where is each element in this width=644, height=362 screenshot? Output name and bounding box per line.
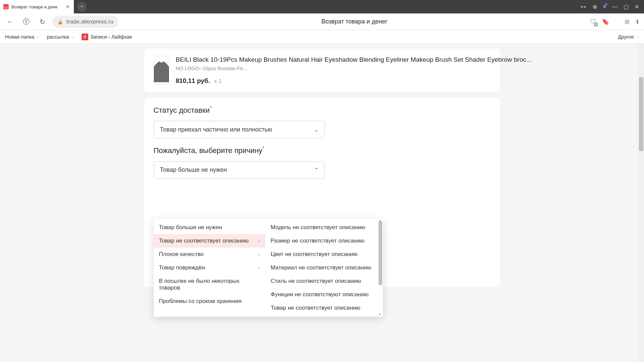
dropdown-primary-column: Товар больше не нужен Товар не соответст… [154, 219, 265, 317]
scroll-down-arrow[interactable]: ▾ [378, 313, 382, 317]
yandex-icon[interactable]: Ⓨ [20, 16, 32, 28]
reload-button[interactable]: ↻ [36, 16, 48, 28]
reason-dropdown: Товар больше не нужен Товар не соответст… [154, 219, 383, 317]
reason-sub-option[interactable]: Товар не соответствует описанию [265, 301, 383, 315]
bookmarks-bar: Новая папка ⌵ рассылка ⌵ Л Записи ‹ Лайф… [0, 30, 644, 44]
reason-option[interactable]: Проблемы со сроком хранения [154, 295, 265, 308]
dropdown-secondary-column: Модель не соответствует описанию Размер … [265, 219, 383, 317]
collections-icon[interactable]: ⊕ [593, 4, 597, 10]
page-scrollbar[interactable] [638, 44, 644, 362]
favicon: ◡ [3, 4, 9, 9]
bookmark-folder-mailing[interactable]: рассылка ⌵ [47, 34, 74, 40]
bookmark-favicon: Л [82, 34, 88, 40]
chevron-down-icon: ⌵ [637, 35, 639, 39]
chevron-down-icon: ⌵ [37, 35, 39, 39]
close-tab-icon[interactable]: ✕ [65, 4, 70, 9]
extensions-icon[interactable]: ≡ [603, 4, 606, 10]
reason-sub-option[interactable]: Функции не соответствуют описанию [265, 288, 383, 301]
select-value: Товар приехал частично или полностью [160, 126, 272, 133]
delivery-status-label: Статус доставки* [154, 105, 491, 115]
minimize-window-icon[interactable]: — [612, 4, 617, 10]
new-tab-button[interactable]: + [77, 2, 87, 11]
reader-mode-icon[interactable]: 👓 [580, 4, 587, 10]
url-text: trade.aliexpress.ru [66, 18, 113, 25]
browser-tab[interactable]: ◡ Возврат товара и дене ✕ [0, 0, 74, 13]
scrollbar-thumb[interactable] [379, 221, 382, 285]
reason-option[interactable]: Товар больше не нужен [154, 221, 265, 234]
browser-tab-bar: ◡ Возврат товара и дене ✕ + 👓 ⊕ ≡ — ▢ ✕ [0, 0, 644, 13]
downloads-icon[interactable]: ⬇ [635, 18, 640, 25]
select-value: Товар больше не нужен [160, 166, 227, 173]
extensions-panel-icon[interactable]: ⊞ [625, 18, 630, 25]
reason-sub-option[interactable]: Размер не соответствует описанию [265, 234, 383, 248]
reason-select[interactable]: Товар больше не нужен ⌃ [154, 161, 325, 179]
bookmark-folder-new[interactable]: Новая папка ⌵ [5, 34, 39, 40]
reason-option[interactable]: Плохое качество› [154, 248, 265, 261]
scrollbar-thumb[interactable] [639, 77, 643, 151]
maximize-window-icon[interactable]: ▢ [624, 4, 629, 10]
close-window-icon[interactable]: ✕ [635, 4, 639, 10]
chevron-down-icon: ⌵ [72, 35, 74, 39]
product-price: 810,11 руб. [176, 77, 210, 85]
chevron-up-icon: ⌃ [314, 167, 318, 173]
shield-icon[interactable]: 🛡5 [590, 18, 596, 25]
reason-sub-option[interactable]: Материал не соответствует описанию [265, 261, 383, 274]
tab-title: Возврат товара и дене [11, 4, 62, 9]
reason-option[interactable]: Товар не соответствует описанию› [154, 234, 265, 248]
chevron-down-icon: ⌄ [314, 126, 318, 133]
product-thumbnail[interactable] [154, 56, 169, 85]
reason-option[interactable]: В посылке не было некоторых товаров [154, 274, 265, 295]
address-bar: ← Ⓨ ↻ 🔒 trade.aliexpress.ru Возврат това… [0, 13, 644, 30]
reason-sub-option[interactable]: Цвет не соответствует описанию [265, 248, 383, 261]
product-title[interactable]: BEILI Black 10-19Pcs Makeup Brushes Natu… [176, 56, 532, 63]
url-box[interactable]: 🔒 trade.aliexpress.ru [52, 16, 118, 28]
product-card: BEILI Black 10-19Pcs Makeup Brushes Natu… [144, 49, 500, 92]
bookmark-label: Новая папка [5, 34, 34, 40]
product-quantity: x 1 [214, 78, 221, 84]
product-variant: NO LOGO--15pcs Russian Fe... [176, 65, 532, 71]
bookmark-other[interactable]: Другое ⌵ [618, 34, 639, 40]
bookmark-label: Записи ‹ Лайфхак [90, 34, 132, 40]
reason-sub-option[interactable]: Модель не соответствует описанию [265, 221, 383, 234]
lock-icon: 🔒 [57, 19, 63, 24]
bookmark-label: Другое [618, 34, 634, 40]
page-content: BEILI Black 10-19Pcs Makeup Brushes Natu… [0, 44, 644, 362]
chevron-right-icon: › [258, 238, 260, 244]
reason-option[interactable]: Товар повреждён› [154, 261, 265, 274]
bookmark-lifehacker[interactable]: Л Записи ‹ Лайфхак [82, 34, 132, 40]
bookmark-label: рассылка [47, 34, 69, 40]
reason-sub-option[interactable]: Стиль не соответствует описанию [265, 274, 383, 288]
delivery-status-select[interactable]: Товар приехал частично или полностью ⌄ [154, 121, 325, 138]
chevron-right-icon: › [258, 252, 260, 257]
dropdown-scrollbar[interactable]: ▴ ▾ [378, 219, 382, 317]
bookmark-icon[interactable]: 🔖 [602, 18, 609, 25]
form-card: Статус доставки* Товар приехал частично … [144, 98, 500, 287]
page-title: Возврат товара и денег [122, 18, 586, 25]
reason-label: Пожалуйста, выберите причину* [154, 146, 491, 155]
chevron-right-icon: › [258, 265, 260, 270]
back-button[interactable]: ← [4, 16, 16, 28]
